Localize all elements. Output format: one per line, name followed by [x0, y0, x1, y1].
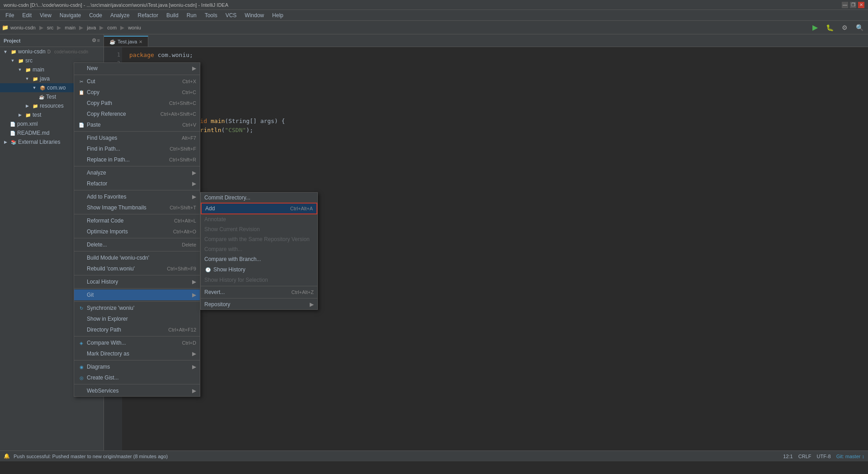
- tree-label: woniu-csdn: [18, 48, 46, 55]
- ctx-compare-with[interactable]: ◈ Compare With... Ctrl+D: [74, 337, 200, 348]
- ctx-find-in-path[interactable]: Find in Path... Ctrl+Shift+F: [74, 143, 200, 154]
- submenu-compare-same: Compare with the Same Repository Version: [201, 234, 317, 244]
- menu-view[interactable]: View: [36, 11, 55, 19]
- sidebar-header: Project ⚙ ≡: [0, 34, 104, 47]
- menu-navigate[interactable]: Navigate: [56, 11, 85, 19]
- submenu-revert-label: Revert...: [204, 289, 225, 295]
- delete-shortcut: Delete: [182, 242, 196, 247]
- ctx-refactor[interactable]: Refactor ▶: [74, 178, 200, 189]
- menu-run[interactable]: Run: [183, 11, 200, 19]
- ctx-copy-ref-label: Copy Reference: [87, 111, 126, 117]
- menu-file[interactable]: File: [2, 11, 18, 19]
- copy-shortcut: Ctrl+C: [182, 90, 196, 95]
- pom-file-icon: 📄: [9, 120, 16, 128]
- ctx-diagrams-label: Diagrams: [87, 364, 110, 370]
- status-git: Git: master ↕: [836, 454, 864, 459]
- ctx-show-explorer[interactable]: Show in Explorer: [74, 313, 200, 324]
- submenu-commit-dir[interactable]: Commit Directory...: [201, 193, 317, 203]
- maximize-button[interactable]: ❐: [850, 2, 856, 8]
- arrow-right-icon: ▶: [2, 138, 9, 146]
- java-file-icon: ☕: [38, 93, 45, 100]
- ctx-analyze[interactable]: Analyze ▶: [74, 167, 200, 178]
- menu-vcs[interactable]: VCS: [222, 11, 241, 19]
- cut-shortcut: Ctrl+X: [182, 79, 196, 84]
- fav-arrow-icon: ▶: [192, 194, 196, 200]
- dir-path-icon: [78, 326, 85, 333]
- ctx-build-module[interactable]: Build Module 'woniu-csdn': [74, 252, 200, 263]
- ctx-new[interactable]: New ▶: [74, 63, 200, 74]
- ctx-synchronize[interactable]: ↻ Synchronize 'woniu': [74, 303, 200, 313]
- menu-edit[interactable]: Edit: [19, 11, 35, 19]
- ctx-directory-path[interactable]: Directory Path Ctrl+Alt+F12: [74, 324, 200, 335]
- ctx-sync-label: Synchronize 'woniu': [87, 305, 134, 311]
- diagrams-icon: ◉: [78, 363, 85, 370]
- ctx-show-thumbnails[interactable]: Show Image Thumbnails Ctrl+Shift+T: [74, 202, 200, 213]
- settings-button[interactable]: ⚙: [839, 23, 850, 32]
- sidebar-expand-icon[interactable]: ≡: [97, 38, 100, 43]
- tree-label: main: [33, 66, 44, 73]
- ctx-optimize[interactable]: Optimize Imports Ctrl+Alt+O: [74, 226, 200, 237]
- submenu-sep-1: [201, 286, 317, 286]
- context-menu: New ▶ ✂ Cut Ctrl+X 📋 Copy Ctrl+C Copy Pa…: [74, 62, 200, 397]
- ctx-git[interactable]: Git ▶: [74, 289, 200, 300]
- ctx-paste[interactable]: 📄 Paste Ctrl+V: [74, 119, 200, 130]
- code-line-5: * Created by woniu: [129, 88, 861, 98]
- ctx-sep-1: [74, 75, 200, 75]
- ctx-diagrams[interactable]: ◉ Diagrams ▶: [74, 361, 200, 372]
- menu-code[interactable]: Code: [85, 11, 106, 19]
- submenu-add-label: Add: [205, 205, 215, 212]
- ctx-copy[interactable]: 📋 Copy Ctrl+C: [74, 87, 200, 98]
- sidebar-controls[interactable]: ⚙ ≡: [92, 38, 100, 43]
- git-arrow-icon: ▶: [192, 292, 196, 298]
- ctx-cut-label: Cut: [87, 78, 95, 85]
- copy-ref-shortcut: Ctrl+Alt+Shift+C: [160, 111, 196, 117]
- menu-analyze[interactable]: Analyze: [107, 11, 133, 19]
- analyze-icon: [78, 169, 85, 176]
- submenu-revert[interactable]: Revert... Ctrl+Alt+Z: [201, 287, 317, 297]
- submenu-show-history[interactable]: 🕐 Show History: [201, 264, 317, 275]
- md-file-icon: 📄: [9, 129, 16, 137]
- menu-help[interactable]: Help: [269, 11, 287, 19]
- toolbar-src: src: [47, 25, 54, 30]
- revert-shortcut: Ctrl+Alt+Z: [291, 289, 314, 295]
- minimize-button[interactable]: —: [842, 2, 848, 8]
- ctx-local-history[interactable]: Local History ▶: [74, 276, 200, 287]
- window-title: woniu-csdn [D:\...\code\woniu-csdn] - ..…: [4, 2, 228, 8]
- ctx-replace-in-path[interactable]: Replace in Path... Ctrl+Shift+R: [74, 154, 200, 165]
- ctx-sep-13: [74, 384, 200, 384]
- rebuild-shortcut: Ctrl+Shift+F9: [167, 266, 196, 271]
- menu-refactor[interactable]: Refactor: [134, 11, 162, 19]
- ctx-copy-label: Copy: [87, 89, 99, 95]
- submenu-compare-branch[interactable]: Compare with Branch...: [201, 254, 317, 264]
- ctx-rebuild[interactable]: Rebuild 'com.woniu' Ctrl+Shift+F9: [74, 263, 200, 274]
- ctx-reformat[interactable]: Reformat Code Ctrl+Alt+L: [74, 215, 200, 226]
- ctx-find-usages[interactable]: Find Usages Alt+F7: [74, 133, 200, 143]
- add-shortcut: Ctrl+Alt+A: [290, 206, 313, 211]
- ctx-cut[interactable]: ✂ Cut Ctrl+X: [74, 76, 200, 87]
- tab-close-button[interactable]: ✕: [139, 39, 142, 44]
- menu-build[interactable]: Build: [163, 11, 182, 19]
- menu-window[interactable]: Window: [241, 11, 268, 19]
- close-button[interactable]: ✕: [858, 2, 864, 8]
- ctx-delete[interactable]: Delete... Delete: [74, 239, 200, 250]
- ctx-webservices[interactable]: WebServices ▶: [74, 385, 200, 396]
- window-controls[interactable]: — ❐ ✕: [842, 2, 864, 8]
- toolbar: 📁 woniu-csdn ▶ src ▶ main ▶ java ▶ com ▶…: [0, 21, 868, 34]
- ctx-copy-reference[interactable]: Copy Reference Ctrl+Alt+Shift+C: [74, 109, 200, 119]
- package-icon: 📦: [39, 84, 46, 91]
- favorites-icon: [78, 193, 85, 200]
- debug-button[interactable]: 🐛: [823, 23, 836, 32]
- menu-tools[interactable]: Tools: [201, 11, 221, 19]
- tree-label: src: [25, 57, 33, 64]
- search-button[interactable]: 🔍: [853, 23, 866, 32]
- ctx-add-favorites[interactable]: Add to Favorites ▶: [74, 191, 200, 202]
- sidebar-gear-icon[interactable]: ⚙: [92, 38, 96, 43]
- ctx-copy-path[interactable]: Copy Path Ctrl+Shift+C: [74, 98, 200, 109]
- run-button[interactable]: ▶: [810, 22, 821, 33]
- tab-test-java[interactable]: ☕ Test.java ✕: [104, 36, 148, 47]
- tree-item-woniu-csdn[interactable]: ▼ 📁 woniu-csdn D code\woniu-csdn: [0, 47, 104, 56]
- ctx-create-gist[interactable]: ◎ Create Gist...: [74, 372, 200, 383]
- ctx-mark-directory[interactable]: Mark Directory as ▶: [74, 348, 200, 359]
- submenu-add[interactable]: Add Ctrl+Alt+A: [201, 203, 317, 214]
- submenu-repository[interactable]: Repository ▶: [201, 299, 317, 309]
